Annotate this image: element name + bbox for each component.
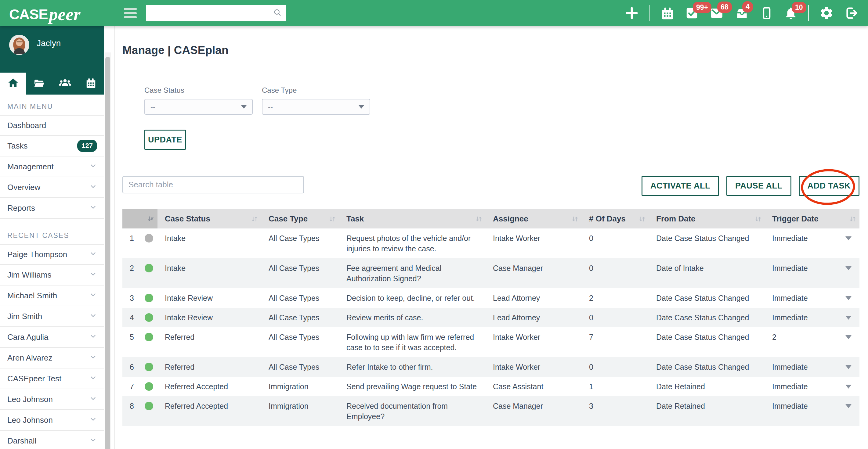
tab-contacts[interactable] [52, 73, 78, 95]
user-avatar[interactable] [9, 35, 29, 55]
cell-assignee: Case Manager [486, 263, 582, 273]
row-expand-caret-icon[interactable] [845, 316, 851, 320]
cell-case-status: Intake [157, 233, 261, 244]
row-expand-caret-icon[interactable] [845, 236, 851, 240]
recent-case-item[interactable]: Paige Thompson [0, 244, 104, 265]
status-dot-active [145, 363, 153, 371]
cell-case-status: Intake [157, 263, 261, 273]
column-header-assignee[interactable]: Assignee [486, 214, 582, 224]
sidebar-item-reports[interactable]: Reports [0, 198, 104, 219]
topbar-divider [808, 5, 809, 21]
tab-calendar[interactable] [78, 73, 104, 95]
sort-icon[interactable] [849, 215, 857, 223]
recent-case-item[interactable]: Darshall [0, 431, 104, 449]
add-task-button[interactable]: ADD TASK [799, 176, 860, 196]
column-header-trigger[interactable]: Trigger Date [765, 214, 860, 224]
sidebar-header: Jaclyn [0, 26, 104, 95]
recent-case-name: Leo Johnson [7, 395, 53, 404]
sort-icon[interactable] [571, 215, 579, 223]
case-type-select[interactable]: -- [262, 99, 370, 115]
cell-from-date: Date Case Status Changed [649, 332, 765, 342]
pause-all-button[interactable]: PAUSE ALL [726, 176, 792, 196]
cell-from-date: Date Case Status Changed [649, 312, 765, 323]
global-search-input[interactable] [146, 8, 273, 18]
menu-hamburger-icon[interactable] [124, 8, 137, 18]
recent-case-item[interactable]: Michael Smith [0, 286, 104, 306]
row-expand-caret-icon[interactable] [845, 266, 851, 270]
row-expand-caret-icon[interactable] [845, 385, 851, 389]
trigger-value: Immediate [772, 233, 808, 244]
cell-index: 6 [122, 362, 157, 372]
column-header-from[interactable]: From Date [649, 214, 765, 224]
recent-case-item[interactable]: Leo Johnson [0, 410, 104, 431]
top-bar: CASEpeer 99+ [0, 0, 868, 26]
column-header-status[interactable]: Case Status [157, 214, 261, 224]
column-header-index[interactable] [122, 209, 157, 228]
sidebar-item-overview[interactable]: Overview [0, 177, 104, 198]
update-button[interactable]: UPDATE [144, 130, 186, 150]
column-header-days[interactable]: # Of Days [582, 214, 649, 224]
activate-all-button[interactable]: ACTIVATE ALL [642, 176, 719, 196]
cell-task: Received documentation from Employee? [339, 401, 486, 421]
logout-icon[interactable] [844, 6, 859, 21]
calendar-icon[interactable] [660, 6, 675, 20]
add-new-icon[interactable] [624, 6, 639, 21]
case-status-select[interactable]: -- [144, 99, 253, 115]
row-number: 8 [130, 401, 134, 411]
row-expand-caret-icon[interactable] [845, 335, 851, 339]
global-search [146, 5, 286, 21]
topbar-divider [649, 5, 650, 21]
recent-case-item[interactable]: Aren Alvarez [0, 348, 104, 368]
table-row: 2IntakeAll Case TypesFee agreement and M… [122, 258, 860, 288]
sort-icon[interactable] [639, 215, 646, 223]
sort-icon[interactable] [251, 215, 258, 223]
table-search-input[interactable] [122, 176, 304, 193]
mail-icon[interactable]: 68 [709, 6, 724, 21]
cell-case-status: Referred [157, 362, 261, 372]
notifications-badge: 10 [792, 2, 806, 13]
sidebar-item-tasks[interactable]: Tasks127 [0, 136, 104, 157]
table-header-row: Case StatusCase TypeTaskAssignee# Of Day… [122, 209, 860, 228]
cell-trigger-date: Immediate [765, 362, 860, 372]
cell-from-date: Date Case Status Changed [649, 233, 765, 244]
tab-cases[interactable] [26, 73, 52, 95]
inbox-tray-icon[interactable]: 4 [734, 5, 750, 21]
case-type-label: Case Type [262, 86, 370, 95]
phone-icon[interactable] [760, 6, 773, 20]
sidebar-scrollbar-thumb[interactable] [105, 57, 110, 449]
cell-index: 4 [122, 312, 157, 323]
recent-case-item[interactable]: Cara Agulia [0, 327, 104, 348]
notifications-bell-icon[interactable]: 10 [784, 6, 798, 20]
main-menu-label: MAIN MENU [0, 95, 115, 115]
case-status-value: -- [151, 102, 155, 111]
casepeer-logo[interactable]: CASEpeer [9, 3, 123, 24]
recent-case-item[interactable]: CASEpeer Test [0, 368, 104, 389]
cell-from-date: Date of Intake [649, 263, 765, 273]
status-dot-active [145, 294, 153, 302]
sidebar-item-dashboard[interactable]: Dashboard [0, 115, 104, 136]
sort-icon[interactable] [329, 215, 336, 223]
row-number: 3 [130, 293, 134, 303]
cell-trigger-date: Immediate [765, 401, 860, 411]
search-icon[interactable] [273, 8, 282, 18]
folder-icon [33, 77, 45, 90]
column-header-type[interactable]: Case Type [261, 214, 339, 224]
column-header-task[interactable]: Task [339, 214, 486, 224]
tasks-icon[interactable]: 99+ [685, 6, 699, 20]
settings-gear-icon[interactable] [819, 6, 834, 21]
row-expand-caret-icon[interactable] [845, 365, 851, 369]
column-header-label: Task [346, 214, 364, 224]
sidebar-item-management[interactable]: Management [0, 157, 104, 177]
sidebar-item-label: Reports [7, 203, 35, 213]
row-expand-caret-icon[interactable] [845, 404, 851, 408]
recent-case-item[interactable]: Jim Williams [0, 265, 104, 286]
chevron-down-icon [89, 270, 97, 280]
sort-icon[interactable] [754, 215, 762, 223]
cell-days: 2 [582, 293, 649, 303]
recent-case-item[interactable]: Leo Johnson [0, 389, 104, 410]
recent-case-item[interactable]: Jim Smith [0, 306, 104, 327]
sort-icon[interactable] [475, 215, 483, 223]
row-expand-caret-icon[interactable] [845, 296, 851, 300]
tab-home[interactable] [0, 73, 26, 95]
row-number: 7 [130, 381, 134, 392]
